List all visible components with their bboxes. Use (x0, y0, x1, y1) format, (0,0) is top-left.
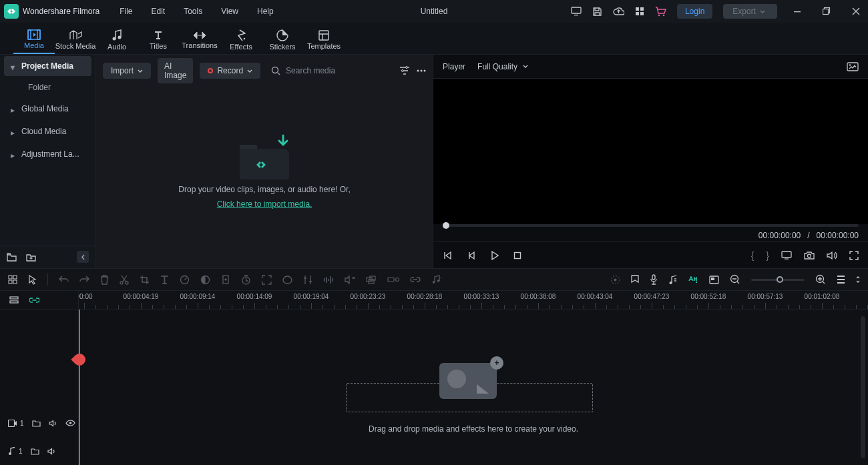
sidebar-item-adjustment-layer[interactable]: ▸ Adjustment La... (4, 144, 91, 164)
mask-icon[interactable] (282, 276, 292, 284)
display-settings-icon[interactable] (781, 251, 792, 260)
cloud-icon[interactable] (613, 7, 624, 16)
grid-snap-icon[interactable] (8, 275, 17, 284)
text-tool-icon[interactable] (160, 275, 169, 284)
folder-small-icon[interactable] (32, 420, 41, 427)
menu-tools[interactable]: Tools (184, 7, 202, 16)
track-height-icon[interactable] (837, 275, 845, 284)
login-button[interactable]: Login (677, 4, 712, 19)
tab-audio[interactable]: Audio (96, 25, 138, 54)
fullscreen-icon[interactable] (849, 251, 859, 260)
sidebar-item-global-media[interactable]: ▸ Global Media (4, 99, 91, 119)
import-button[interactable]: Import (103, 63, 151, 79)
stop-icon[interactable] (513, 252, 521, 260)
audio-mixer-icon[interactable] (668, 275, 677, 285)
search-input[interactable] (286, 66, 393, 75)
render-preview-icon[interactable] (610, 275, 620, 285)
record-vo-icon[interactable] (387, 276, 399, 284)
mark-in-icon[interactable]: { (751, 250, 754, 261)
window-close[interactable] (847, 2, 865, 21)
new-bin-icon[interactable] (7, 253, 17, 262)
color-icon[interactable] (200, 275, 210, 285)
ai-image-button[interactable]: AI Image (158, 58, 193, 83)
menu-file[interactable]: File (120, 7, 132, 16)
window-maximize[interactable] (817, 2, 836, 21)
collapse-sidebar-button[interactable] (77, 251, 89, 263)
track-manager-icon[interactable] (9, 296, 19, 304)
mark-out-icon[interactable]: } (766, 250, 769, 261)
tab-templates[interactable]: Templates (303, 25, 345, 54)
keyframe-tool-icon[interactable] (221, 275, 230, 284)
zoom-out-icon[interactable] (730, 274, 740, 285)
delete-icon[interactable] (100, 275, 109, 285)
undo-icon[interactable] (59, 276, 69, 284)
split-icon[interactable] (120, 275, 129, 285)
media-placeholder-thumb[interactable]: + (439, 363, 497, 399)
detach-audio-icon[interactable] (345, 276, 355, 284)
mute-track-icon[interactable] (47, 448, 56, 455)
mute-track-icon[interactable] (49, 420, 57, 427)
zoom-in-icon[interactable] (815, 274, 826, 285)
progress-handle[interactable] (443, 222, 449, 229)
menu-edit[interactable]: Edit (152, 7, 166, 16)
music-beat-icon[interactable] (431, 275, 442, 284)
tab-stickers[interactable]: Stickers (262, 25, 303, 54)
import-media-link[interactable]: Click here to import media. (217, 199, 312, 209)
apps-icon[interactable] (635, 7, 644, 16)
timeline-options-icon[interactable] (856, 276, 860, 283)
zoom-handle[interactable] (777, 276, 783, 283)
folder-small-icon[interactable] (31, 448, 39, 455)
desktop-icon[interactable] (571, 7, 582, 16)
sidebar-item-cloud-media[interactable]: ▸ Cloud Media (4, 121, 91, 141)
selection-tool-icon[interactable] (28, 275, 37, 285)
audio-track-header[interactable]: 1 (0, 437, 78, 465)
tab-media[interactable]: Media (13, 25, 55, 54)
tracks-canvas[interactable]: + Drag and drop media and effects here t… (79, 310, 868, 465)
more-icon[interactable] (417, 69, 426, 72)
sidebar-item-folder[interactable]: Folder (0, 77, 95, 97)
focus-icon[interactable] (262, 275, 272, 285)
prev-frame-icon[interactable] (443, 251, 452, 260)
visibility-track-icon[interactable] (65, 420, 75, 426)
redo-icon[interactable] (79, 276, 89, 284)
playhead[interactable] (79, 310, 80, 465)
group-icon[interactable] (366, 276, 377, 284)
auto-ripple-icon[interactable] (29, 296, 39, 304)
add-media-plus-icon[interactable]: + (490, 356, 503, 370)
step-back-icon[interactable] (467, 251, 476, 260)
zoom-slider[interactable] (751, 279, 805, 281)
tab-transitions[interactable]: Transitions (179, 25, 220, 54)
tab-titles[interactable]: Titles (138, 25, 179, 54)
window-minimize[interactable] (788, 2, 807, 21)
tab-stock-media[interactable]: Stock Media (55, 25, 96, 54)
speed-icon[interactable] (180, 275, 190, 285)
snapshot-output-icon[interactable] (847, 62, 859, 71)
record-button[interactable]: Record (200, 63, 260, 79)
play-icon[interactable] (491, 251, 499, 260)
player-quality-dropdown[interactable]: Full Quality (477, 62, 528, 71)
export-button[interactable]: Export (723, 4, 777, 19)
tab-effects[interactable]: Effects (220, 25, 262, 54)
filter-icon[interactable] (399, 66, 410, 75)
tracks-scrollbar[interactable] (861, 316, 865, 458)
menu-view[interactable]: View (221, 7, 238, 16)
player-progress-bar[interactable] (443, 224, 859, 227)
cart-icon[interactable] (655, 7, 666, 17)
overlay-icon[interactable] (709, 276, 719, 284)
adjust-icon[interactable] (303, 275, 312, 285)
marker-icon[interactable] (631, 275, 639, 285)
duration-icon[interactable] (241, 275, 251, 285)
audio-eq-icon[interactable] (323, 276, 334, 284)
link-icon[interactable] (410, 276, 421, 284)
new-folder-icon[interactable] (26, 253, 36, 262)
camera-snapshot-icon[interactable] (804, 251, 815, 260)
timeline-ruler[interactable]: 00:0000:00:04:1900:00:09:1400:00:14:0900… (79, 291, 868, 309)
sidebar-item-project-media[interactable]: ▾ Project Media (4, 56, 91, 76)
volume-icon[interactable] (827, 251, 837, 260)
save-icon[interactable] (592, 7, 602, 17)
menu-help[interactable]: Help (257, 7, 274, 16)
voiceover-mic-icon[interactable] (650, 274, 658, 285)
ai-tools-icon[interactable] (688, 274, 698, 285)
crop-icon[interactable] (140, 275, 150, 285)
video-track-header[interactable]: 1 (0, 409, 78, 437)
